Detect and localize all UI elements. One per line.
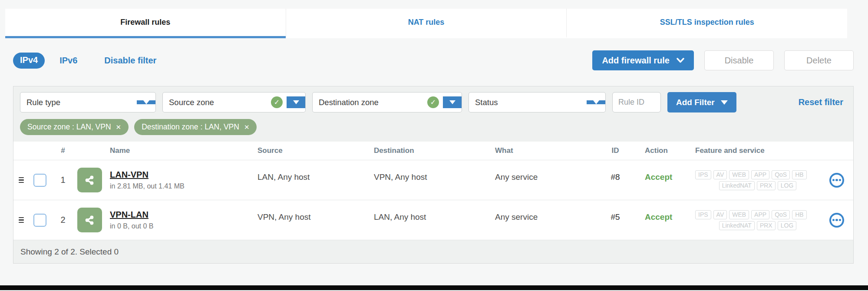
toolbar: IPv4 IPv6 Disable filter Add firewall ru… [13, 50, 854, 70]
feature-badge: HB [792, 170, 806, 179]
remove-chip-icon[interactable]: ✕ [116, 123, 122, 131]
feature-badge: HB [792, 210, 806, 219]
disable-filter-link[interactable]: Disable filter [104, 56, 156, 66]
add-firewall-rule-button[interactable]: Add firewall rule [592, 50, 694, 70]
toolbar-actions: Add firewall rule Disable Delete [592, 50, 854, 70]
add-firewall-rule-label: Add firewall rule [602, 56, 670, 66]
rule-id-input[interactable] [612, 92, 661, 112]
table-footer: Showing 2 of 2. Selected 0 [13, 240, 853, 263]
chevron-down-icon [677, 58, 684, 63]
header-action: Action [636, 146, 686, 155]
rule-type-select[interactable]: Rule type [20, 92, 156, 112]
feature-badge: LinkedNAT [719, 221, 755, 230]
destination-zone-select-label: Destination zone [313, 98, 379, 107]
status-select[interactable]: Status [469, 92, 606, 112]
feature-badge: WEB [729, 170, 749, 179]
ipv6-toggle[interactable]: IPv6 [59, 56, 77, 66]
feature-badge: PRX [757, 181, 776, 190]
row-menu-button[interactable] [829, 173, 844, 188]
header-destination: Destination [364, 146, 484, 155]
drag-handle-icon[interactable] [19, 177, 24, 183]
header-what: What [484, 146, 594, 155]
destination-zone-select[interactable]: Destination zone ✓ [312, 92, 462, 112]
table-header: # Name Source Destination What ID Action… [13, 142, 853, 160]
filter-row: Rule type Source zone ✓ Destination zone… [20, 92, 847, 112]
status-select-label: Status [469, 98, 498, 107]
header-number: # [51, 146, 75, 155]
feature-badge: LOG [778, 181, 797, 190]
table-row: 1 LAN-VPN in 2.81 MB, out 1.41 MB LAN, A… [13, 160, 853, 200]
header-id: ID [594, 146, 636, 155]
tab-firewall-rules[interactable]: Firewall rules [5, 9, 286, 38]
tab-ssl-tls-inspection-rules[interactable]: SSL/TLS inspection rules [566, 9, 847, 38]
rule-traffic-stats: in 2.81 MB, out 1.41 MB [110, 182, 250, 190]
showing-summary: Showing 2 of 2. Selected 0 [20, 247, 119, 257]
rule-what: Any service [484, 172, 594, 188]
feature-badge: IPS [695, 210, 711, 219]
caret-down-icon[interactable] [287, 96, 305, 108]
rule-id: #8 [594, 172, 636, 188]
rule-name-cell: VPN-LAN in 0 B, out 0 B [104, 210, 250, 230]
disable-button[interactable]: Disable [704, 50, 774, 70]
rule-destination: VPN, Any host [364, 172, 484, 188]
window-bottom-edge [0, 285, 868, 290]
feature-badge: LOG [778, 221, 797, 230]
feature-badge: IPS [695, 170, 711, 179]
caret-down-icon [721, 100, 728, 105]
row-checkbox[interactable] [33, 214, 46, 227]
feature-badge: APP [751, 210, 769, 219]
feature-and-service-badges: IPSAVWEBAPPQoSHB LinkedNATPRXLOG [686, 170, 820, 190]
rule-name-link[interactable]: LAN-VPN [110, 170, 250, 180]
rule-source: VPN, Any host [250, 212, 364, 228]
caret-down-icon[interactable] [587, 100, 605, 104]
ipv4-toggle[interactable]: IPv4 [13, 53, 45, 69]
source-zone-select[interactable]: Source zone ✓ [162, 92, 306, 112]
rule-source: LAN, Any host [250, 172, 364, 188]
chip-label: Destination zone : LAN, VPN [142, 122, 239, 132]
rule-name-link[interactable]: VPN-LAN [110, 210, 250, 220]
table-row: 2 VPN-LAN in 0 B, out 0 B VPN, Any host … [13, 200, 853, 240]
rule-type-select-label: Rule type [20, 98, 60, 107]
feature-badge: APP [751, 170, 769, 179]
delete-button[interactable]: Delete [784, 50, 854, 70]
feature-badge: LinkedNAT [719, 181, 755, 190]
header-source: Source [250, 146, 364, 155]
drag-handle-icon[interactable] [19, 217, 24, 223]
feature-badge: AV [713, 210, 727, 219]
rule-traffic-stats: in 0 B, out 0 B [110, 222, 250, 230]
traffic-share-icon [77, 168, 102, 192]
add-filter-label: Add Filter [676, 98, 715, 107]
filter-applied-check-icon: ✓ [427, 96, 439, 108]
rule-id: #5 [594, 212, 636, 228]
rule-destination: LAN, Any host [364, 212, 484, 228]
filter-applied-check-icon: ✓ [271, 96, 283, 108]
add-filter-button[interactable]: Add Filter [667, 92, 736, 112]
remove-chip-icon[interactable]: ✕ [244, 123, 250, 131]
row-menu-button[interactable] [829, 213, 844, 228]
traffic-share-icon [77, 208, 102, 232]
feature-badge: AV [713, 170, 727, 179]
row-checkbox[interactable] [33, 174, 46, 187]
firewall-rules-panel: Rule type Source zone ✓ Destination zone… [13, 86, 854, 264]
feature-badge: PRX [757, 221, 776, 230]
row-number: 1 [51, 175, 75, 185]
feature-badge: WEB [729, 210, 749, 219]
rule-what: Any service [484, 212, 594, 228]
feature-badge: QoS [772, 210, 790, 219]
caret-down-icon[interactable] [137, 100, 155, 104]
feature-and-service-badges: IPSAVWEBAPPQoSHB LinkedNATPRXLOG [686, 210, 820, 230]
row-number: 2 [51, 215, 75, 225]
header-name: Name [104, 146, 250, 155]
rule-name-cell: LAN-VPN in 2.81 MB, out 1.41 MB [104, 170, 250, 190]
rule-action: Accept [636, 212, 686, 228]
chip-label: Source zone : LAN, VPN [27, 122, 111, 132]
source-zone-filter-chip: Source zone : LAN, VPN ✕ [20, 119, 129, 135]
source-zone-select-label: Source zone [163, 98, 214, 107]
tab-nat-rules[interactable]: NAT rules [286, 9, 567, 38]
active-filter-chips: Source zone : LAN, VPN ✕ Destination zon… [20, 119, 847, 135]
reset-filter-link[interactable]: Reset filter [799, 97, 843, 107]
rule-action: Accept [636, 172, 686, 188]
caret-down-icon[interactable] [443, 96, 462, 108]
filter-section: Rule type Source zone ✓ Destination zone… [13, 86, 853, 142]
rules-tabbar: Firewall rules NAT rules SSL/TLS inspect… [5, 9, 847, 38]
